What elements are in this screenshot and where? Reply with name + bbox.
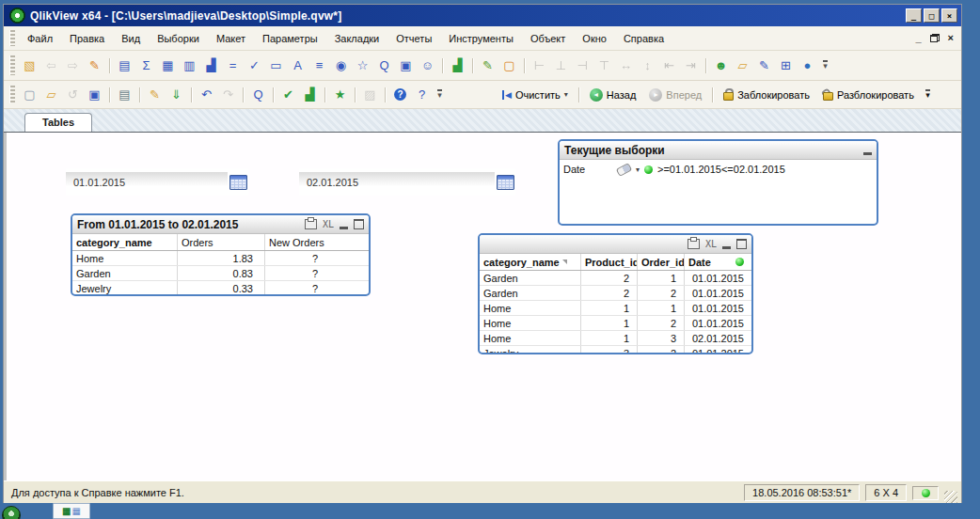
toolbar-icon[interactable] — [105, 85, 114, 105]
refresh-icon[interactable]: ↺ — [62, 85, 84, 105]
text-object-icon[interactable]: A — [287, 55, 308, 76]
listbox-object-icon[interactable]: ▤ — [114, 55, 135, 76]
table-box-caption[interactable]: XL — [480, 235, 751, 254]
calendar-button[interactable] — [228, 172, 248, 193]
adjust-top-icon[interactable]: ⇥ — [680, 55, 702, 76]
close-button[interactable]: × — [941, 8, 957, 23]
sheet-properties-icon[interactable]: ✎ — [753, 55, 775, 76]
toolbar-icon[interactable] — [239, 85, 247, 105]
current-selections-object-icon[interactable]: ✓ — [244, 55, 265, 76]
align-right-icon[interactable]: ⊣ — [572, 55, 593, 76]
toolbar-icon[interactable] — [321, 85, 329, 105]
column-header[interactable]: Orders — [178, 234, 265, 250]
favorites-icon[interactable]: ★ — [329, 85, 351, 105]
menu-window[interactable]: Окно — [574, 30, 615, 47]
menu-tools[interactable]: Инструменты — [440, 30, 522, 47]
bookmark-object-icon[interactable]: ◉ — [330, 55, 352, 76]
print-icon[interactable]: ▤ — [114, 85, 135, 105]
menu-view[interactable]: Вид — [113, 30, 149, 47]
back-button[interactable]: ◄ Назад — [583, 86, 643, 104]
toolbar-icon[interactable] — [269, 85, 277, 105]
menu-layout[interactable]: Макет — [208, 30, 254, 47]
date-to-input[interactable]: 02.01.2015 — [299, 168, 515, 196]
edit-script-icon[interactable]: ✎ — [144, 85, 166, 105]
help-icon[interactable]: ? — [389, 85, 411, 105]
resize-grip[interactable] — [944, 491, 957, 504]
column-header[interactable]: category_name — [72, 234, 178, 250]
export-excel-icon[interactable]: XL — [323, 219, 334, 229]
minimize-object-icon[interactable] — [863, 152, 872, 155]
input-box-icon[interactable]: = — [222, 55, 244, 76]
table-row[interactable]: Jewelry 3 2 01.01.2015 — [480, 346, 751, 354]
slider-object-icon[interactable]: ≡ — [308, 55, 330, 76]
edit-layout-icon[interactable]: ✎ — [84, 55, 105, 76]
clear-button[interactable]: ◀ Очистить ▾ — [496, 86, 575, 103]
eraser-icon[interactable] — [616, 163, 632, 177]
align-center-icon[interactable]: ⊥ — [550, 55, 572, 76]
reload-icon[interactable]: ⇓ — [166, 85, 187, 105]
toolbar-grip[interactable] — [9, 86, 15, 103]
design-grid-icon[interactable]: ▢ — [498, 55, 520, 76]
date-from-value[interactable]: 01.01.2015 — [66, 172, 228, 193]
mdi-minimize-icon[interactable]: _ — [915, 33, 921, 43]
toolbar-overflow-icon[interactable]: ▾ — [818, 55, 832, 76]
pivot-table-caption[interactable]: From 01.01.2015 to 02.01.2015 XL — [72, 215, 369, 234]
column-header[interactable]: New Orders — [265, 234, 365, 250]
new-sheet-object-icon[interactable]: ▧ — [19, 55, 40, 76]
promote-sheet-icon[interactable]: ⇦ — [40, 55, 62, 76]
toolbar-icon[interactable] — [702, 55, 710, 76]
print-object-icon[interactable] — [305, 219, 317, 229]
table-row[interactable]: Garden 2 2 01.01.2015 — [480, 286, 751, 301]
space-horizontal-icon[interactable]: ↔ — [615, 55, 637, 76]
table-row[interactable]: Home 1 1 01.01.2015 — [480, 301, 751, 316]
align-left-icon[interactable]: ⊢ — [529, 55, 550, 76]
menu-reports[interactable]: Отчеты — [387, 30, 440, 47]
minimize-button[interactable]: _ — [906, 8, 922, 23]
date-to-value[interactable]: 02.01.2015 — [299, 172, 495, 193]
calendar-button[interactable] — [495, 172, 515, 193]
menu-object[interactable]: Объект — [522, 30, 574, 47]
mdi-restore-icon[interactable] — [930, 34, 940, 42]
star-object-icon[interactable]: ☆ — [352, 55, 373, 76]
table-box-icon[interactable]: ▦ — [157, 55, 179, 76]
table-row[interactable]: Jewelry 0.33 ? — [72, 281, 369, 296]
toolbar-icon[interactable] — [468, 55, 477, 76]
search-icon[interactable]: Q — [247, 85, 269, 105]
statistics-box-icon[interactable]: Σ — [135, 55, 157, 76]
lock-button[interactable]: Заблокировать — [717, 86, 816, 103]
column-header[interactable]: Order_id — [638, 254, 685, 270]
connect-icon[interactable]: ⊞ — [775, 55, 797, 76]
table-row[interactable]: Home 1 2 01.01.2015 — [480, 316, 751, 331]
print-object-icon[interactable] — [688, 239, 700, 249]
add-sheet-icon[interactable]: ▱ — [732, 55, 753, 76]
menu-settings[interactable]: Параметры — [254, 30, 326, 47]
table-row[interactable]: Home 1.83 ? — [72, 251, 369, 266]
adjust-left-icon[interactable]: ⇤ — [658, 55, 680, 76]
minimize-object-icon[interactable] — [340, 227, 348, 229]
column-header[interactable]: category_name — [480, 254, 581, 270]
toolbar-icon[interactable] — [105, 55, 114, 76]
table-row[interactable]: Garden 2 1 01.01.2015 — [480, 271, 751, 286]
space-vertical-icon[interactable]: ↕ — [637, 55, 658, 76]
toolbar-overflow-icon[interactable]: ▾ — [433, 85, 447, 105]
maximize-object-icon[interactable] — [736, 239, 747, 249]
maximize-button[interactable]: □ — [924, 8, 940, 23]
export-excel-icon[interactable]: XL — [705, 239, 717, 249]
demote-sheet-icon[interactable]: ⇨ — [62, 55, 84, 76]
toolbar-grip[interactable] — [9, 30, 15, 47]
toolbar-overflow-icon[interactable]: ▾ — [921, 85, 935, 105]
toolbar-icon[interactable] — [381, 85, 389, 105]
menu-help[interactable]: Справка — [615, 30, 672, 47]
mdi-close-icon[interactable]: × — [948, 33, 954, 43]
title-bar[interactable]: QlikView x64 - [C:\Users\madjieva\Deskto… — [4, 5, 961, 26]
menu-selections[interactable]: Выборки — [149, 30, 208, 47]
toolbar-icon[interactable] — [351, 85, 359, 105]
toolbar-grip[interactable] — [9, 55, 15, 74]
container-object-icon[interactable]: ▣ — [395, 55, 417, 76]
menu-edit[interactable]: Правка — [61, 30, 113, 47]
column-header[interactable]: Date — [685, 254, 748, 270]
align-top-icon[interactable]: ⊤ — [593, 55, 615, 76]
document-properties-icon[interactable]: ☻ — [710, 55, 732, 76]
toolbar-icon[interactable] — [187, 85, 196, 105]
redo-icon[interactable]: ↷ — [217, 85, 239, 105]
